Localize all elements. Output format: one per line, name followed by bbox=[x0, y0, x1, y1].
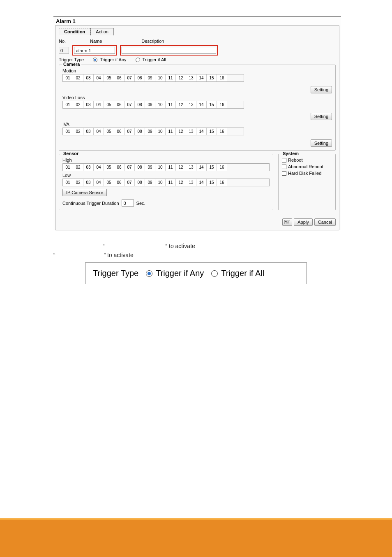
tab-action[interactable]: Action bbox=[90, 28, 114, 35]
channel-06[interactable]: 06 bbox=[114, 128, 125, 135]
channel-07[interactable]: 07 bbox=[125, 128, 135, 135]
channel-02[interactable]: 02 bbox=[73, 164, 83, 171]
radio-trigger-any[interactable] bbox=[93, 58, 97, 62]
apply-button[interactable]: Apply bbox=[294, 218, 313, 226]
channel-10[interactable]: 10 bbox=[155, 164, 166, 171]
channel-01[interactable]: 01 bbox=[63, 179, 73, 186]
channel-15[interactable]: 15 bbox=[207, 101, 217, 108]
name-input[interactable] bbox=[74, 47, 115, 54]
channel-04[interactable]: 04 bbox=[94, 164, 104, 171]
iva-setting-button[interactable]: Setting bbox=[311, 139, 332, 147]
channel-14[interactable]: 14 bbox=[196, 128, 207, 135]
channel-11[interactable]: 11 bbox=[166, 101, 176, 108]
channel-07[interactable]: 07 bbox=[125, 164, 135, 171]
channel-05[interactable]: 05 bbox=[104, 179, 114, 186]
channel-04[interactable]: 04 bbox=[94, 74, 104, 81]
channel-12[interactable]: 12 bbox=[176, 164, 186, 171]
channel-05[interactable]: 05 bbox=[104, 128, 114, 135]
channel-02[interactable]: 02 bbox=[73, 128, 83, 135]
channel-03[interactable]: 03 bbox=[83, 74, 94, 81]
channel-10[interactable]: 10 bbox=[155, 101, 166, 108]
channel-12[interactable]: 12 bbox=[176, 74, 186, 81]
hard-disk-failed-checkbox[interactable] bbox=[282, 171, 286, 176]
channel-09[interactable]: 09 bbox=[145, 101, 155, 108]
keyboard-icon[interactable] bbox=[282, 218, 292, 226]
channel-10[interactable]: 10 bbox=[155, 179, 166, 186]
channel-05[interactable]: 05 bbox=[104, 164, 114, 171]
channel-03[interactable]: 03 bbox=[83, 101, 94, 108]
channel-16[interactable]: 16 bbox=[217, 74, 227, 81]
channel-16[interactable]: 16 bbox=[217, 128, 227, 135]
channel-01[interactable]: 01 bbox=[63, 74, 73, 81]
channel-03[interactable]: 03 bbox=[83, 179, 94, 186]
radio-trigger-all[interactable] bbox=[136, 58, 140, 62]
channel-04[interactable]: 04 bbox=[94, 101, 104, 108]
channel-13[interactable]: 13 bbox=[186, 128, 196, 135]
channel-14[interactable]: 14 bbox=[196, 101, 207, 108]
channel-01[interactable]: 01 bbox=[63, 128, 73, 135]
channel-03[interactable]: 03 bbox=[83, 128, 94, 135]
channel-09[interactable]: 09 bbox=[145, 128, 155, 135]
channel-04[interactable]: 04 bbox=[94, 128, 104, 135]
reboot-checkbox[interactable] bbox=[282, 158, 286, 162]
channel-09[interactable]: 09 bbox=[145, 164, 155, 171]
tab-condition[interactable]: Condition bbox=[59, 28, 90, 35]
channel-08[interactable]: 08 bbox=[135, 74, 145, 81]
channel-10[interactable]: 10 bbox=[155, 128, 166, 135]
channel-14[interactable]: 14 bbox=[196, 179, 207, 186]
channel-13[interactable]: 13 bbox=[186, 179, 196, 186]
channel-15[interactable]: 15 bbox=[207, 164, 217, 171]
channel-11[interactable]: 11 bbox=[166, 164, 176, 171]
description-input[interactable] bbox=[122, 47, 216, 54]
channel-15[interactable]: 15 bbox=[207, 128, 217, 135]
channel-01[interactable]: 01 bbox=[63, 101, 73, 108]
channel-07[interactable]: 07 bbox=[125, 179, 135, 186]
channel-11[interactable]: 11 bbox=[166, 179, 176, 186]
channel-06[interactable]: 06 bbox=[114, 179, 125, 186]
channel-10[interactable]: 10 bbox=[155, 74, 166, 81]
channel-02[interactable]: 02 bbox=[73, 179, 83, 186]
channel-16[interactable]: 16 bbox=[217, 179, 227, 186]
channel-11[interactable]: 11 bbox=[166, 74, 176, 81]
channel-16[interactable]: 16 bbox=[217, 164, 227, 171]
channel-14[interactable]: 14 bbox=[196, 164, 207, 171]
channel-06[interactable]: 06 bbox=[114, 74, 125, 81]
channel-09[interactable]: 09 bbox=[145, 74, 155, 81]
channel-03[interactable]: 03 bbox=[83, 164, 94, 171]
channel-13[interactable]: 13 bbox=[186, 74, 196, 81]
channel-12[interactable]: 12 bbox=[176, 179, 186, 186]
channel-02[interactable]: 02 bbox=[73, 101, 83, 108]
channel-05[interactable]: 05 bbox=[104, 74, 114, 81]
channel-13[interactable]: 13 bbox=[186, 101, 196, 108]
channel-14[interactable]: 14 bbox=[196, 74, 207, 81]
channel-08[interactable]: 08 bbox=[135, 101, 145, 108]
channel-09[interactable]: 09 bbox=[145, 179, 155, 186]
svg-rect-0 bbox=[284, 220, 290, 224]
channel-11[interactable]: 11 bbox=[166, 128, 176, 135]
cancel-button[interactable]: Cancel bbox=[314, 218, 336, 226]
fig-radio-all[interactable] bbox=[211, 270, 218, 277]
channel-06[interactable]: 06 bbox=[114, 164, 125, 171]
channel-16[interactable]: 16 bbox=[217, 101, 227, 108]
ip-camera-sensor-button[interactable]: IP Camera Sensor bbox=[62, 189, 107, 196]
channel-08[interactable]: 08 bbox=[135, 179, 145, 186]
channel-13[interactable]: 13 bbox=[186, 164, 196, 171]
duration-input[interactable] bbox=[122, 200, 134, 207]
channel-15[interactable]: 15 bbox=[207, 74, 217, 81]
videoloss-setting-button[interactable]: Setting bbox=[311, 113, 332, 120]
motion-setting-button[interactable]: Setting bbox=[311, 86, 332, 93]
fig-radio-any[interactable] bbox=[146, 270, 152, 277]
channel-08[interactable]: 08 bbox=[135, 164, 145, 171]
channel-08[interactable]: 08 bbox=[135, 128, 145, 135]
channel-06[interactable]: 06 bbox=[114, 101, 125, 108]
channel-02[interactable]: 02 bbox=[73, 74, 83, 81]
channel-15[interactable]: 15 bbox=[207, 179, 217, 186]
channel-04[interactable]: 04 bbox=[94, 179, 104, 186]
channel-07[interactable]: 07 bbox=[125, 74, 135, 81]
abnormal-reboot-checkbox[interactable] bbox=[282, 165, 286, 169]
channel-05[interactable]: 05 bbox=[104, 101, 114, 108]
channel-12[interactable]: 12 bbox=[176, 128, 186, 135]
channel-01[interactable]: 01 bbox=[63, 164, 73, 171]
channel-07[interactable]: 07 bbox=[125, 101, 135, 108]
channel-12[interactable]: 12 bbox=[176, 101, 186, 108]
